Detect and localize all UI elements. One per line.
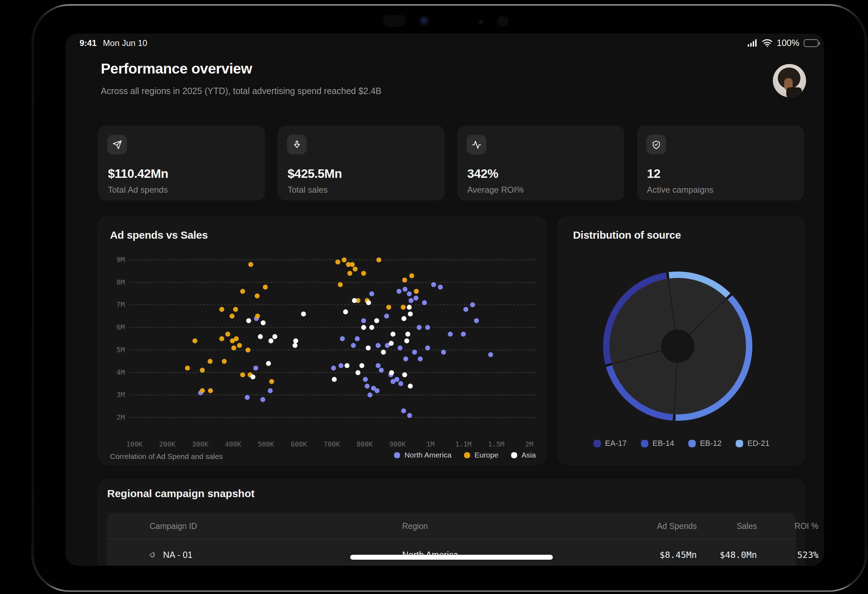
front-camera-lens xyxy=(419,16,430,27)
stat-card-total-sales[interactable]: $425.5Mn Total sales xyxy=(278,125,444,200)
legend-item-north-america[interactable]: North America xyxy=(394,451,451,459)
megaphone-icon xyxy=(149,551,157,559)
battery-icon xyxy=(804,39,818,47)
col-header-sales: Sales xyxy=(686,522,757,531)
camera-sensor-ring xyxy=(497,16,508,27)
legend-item-europe[interactable]: Europe xyxy=(464,451,498,459)
eb-12-legend-dot xyxy=(688,440,696,447)
wifi-icon xyxy=(762,39,772,47)
cellular-signal-icon xyxy=(748,39,758,47)
status-time: 9:41 xyxy=(80,38,97,48)
camera-sensor-dot xyxy=(479,20,483,24)
shield-check-icon xyxy=(646,135,666,155)
legend-label: Asia xyxy=(521,451,536,459)
status-bar-right: 100% xyxy=(748,38,818,48)
legend-label: North America xyxy=(404,451,451,459)
page-title: Performance overview xyxy=(101,60,252,77)
battery-percent-label: 100% xyxy=(777,38,799,48)
stat-value: 342% xyxy=(467,167,498,181)
table-header-row: Campaign ID Region Ad Spends Sales ROI % xyxy=(107,513,796,539)
legend-item-ea-17[interactable]: EA-17 xyxy=(593,439,627,448)
europe-legend-dot xyxy=(464,452,470,458)
stat-label: Active campaigns xyxy=(647,185,713,195)
stat-card-active-campaigns[interactable]: 12 Active campaigns xyxy=(637,125,804,200)
legend-label: EB-12 xyxy=(700,439,722,448)
scatter-chart-card xyxy=(98,217,546,465)
avatar[interactable] xyxy=(773,64,806,97)
status-date: Mon Jun 10 xyxy=(103,38,147,48)
cell-campaign-id: NA - 01 xyxy=(163,550,192,560)
ed-21-legend-dot xyxy=(736,440,743,447)
regional-campaign-section: Regional campaign snapshot Campaign ID R… xyxy=(98,479,805,566)
home-indicator[interactable] xyxy=(350,555,553,560)
cell-roi: 523% xyxy=(741,550,818,560)
legend-item-eb-12[interactable]: EB-12 xyxy=(688,439,722,448)
col-header-region: Region xyxy=(402,522,428,531)
col-header-roi: ROI % xyxy=(748,522,818,531)
activity-icon xyxy=(466,135,486,155)
stat-label: Total Ad spends xyxy=(108,185,168,195)
ea-17-legend-dot xyxy=(593,440,601,447)
legend-label: EB-14 xyxy=(652,439,674,448)
legend-item-asia[interactable]: Asia xyxy=(511,451,536,459)
stat-label: Total sales xyxy=(288,185,328,195)
avatar-shoulder xyxy=(786,87,802,97)
stat-value: $425.5Mn xyxy=(288,167,342,181)
col-header-campaign-id: Campaign ID xyxy=(150,522,197,531)
table-title: Regional campaign snapshot xyxy=(107,488,255,500)
scatter-footnote: Correlation of Ad Spend and sales xyxy=(110,452,223,461)
legend-label: EA-17 xyxy=(605,439,627,448)
legend-label: Europe xyxy=(474,451,498,459)
stat-label: Average ROI% xyxy=(467,185,524,195)
scatter-legend: North America Europe Asia xyxy=(394,451,536,459)
camera-housing-pill xyxy=(383,15,406,27)
north-america-legend-dot xyxy=(394,452,400,458)
legend-item-ed-21[interactable]: ED-21 xyxy=(736,439,769,448)
send-icon xyxy=(107,135,127,155)
donut-chart-title: Distribution of source xyxy=(573,229,681,241)
donut-legend: EA-17 EB-14 EB-12 ED-21 xyxy=(558,439,805,448)
page-subtitle: Across all regions in 2025 (YTD), total … xyxy=(101,86,381,96)
stat-value: 12 xyxy=(647,167,660,181)
arrow-down-icon xyxy=(287,135,307,155)
legend-item-eb-14[interactable]: EB-14 xyxy=(641,439,674,448)
asia-legend-dot xyxy=(511,452,517,458)
donut-center-hole xyxy=(661,330,694,363)
screen: 9:41 Mon Jun 10 100% Performance overvie xyxy=(65,34,824,566)
eb-14-legend-dot xyxy=(641,440,648,447)
stat-card-average-roi[interactable]: 342% Average ROI% xyxy=(458,125,624,200)
stat-value: $110.42Mn xyxy=(108,167,168,181)
scatter-chart-title: Ad spends vs Sales xyxy=(110,229,208,241)
status-bar-left: 9:41 Mon Jun 10 xyxy=(80,38,147,48)
stat-card-total-ad-spends[interactable]: $110.42Mn Total Ad spends xyxy=(98,125,265,200)
table-row[interactable]: NA - 01 North America $8.45Mn $48.0Mn 52… xyxy=(107,540,796,566)
legend-label: ED-21 xyxy=(747,439,769,448)
